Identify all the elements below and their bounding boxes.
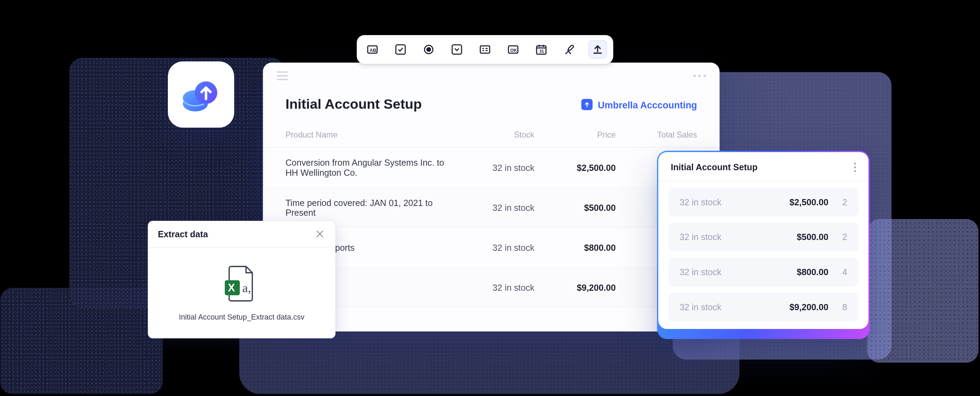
- noise-shadow: [867, 219, 978, 363]
- summary-stock: 32 in stock: [679, 232, 759, 242]
- svg-text:31: 31: [539, 49, 544, 54]
- app-badge: [168, 62, 234, 128]
- svg-point-4: [427, 48, 431, 51]
- coins-upload-icon: [180, 74, 222, 115]
- summary-stock: 32 in stock: [679, 267, 759, 277]
- svg-text:OK: OK: [510, 47, 517, 52]
- summary-title: Initial Account Setup: [671, 162, 757, 172]
- col-product-name: Product Name: [285, 130, 453, 140]
- csv-file-icon: X a,: [221, 265, 262, 301]
- brand-name: Umbrella Acccounting: [598, 99, 697, 110]
- cell-stock: 32 in stock: [453, 162, 535, 172]
- checkbox-icon[interactable]: [391, 40, 410, 59]
- summary-price: $500.00: [760, 232, 829, 242]
- cell-name: Conversion from Angular Systems Inc. to …: [285, 157, 453, 178]
- col-price: Price: [535, 130, 616, 140]
- col-stock: Stock: [453, 130, 535, 140]
- cell-price: $800.00: [535, 242, 616, 253]
- kebab-icon[interactable]: [854, 162, 856, 172]
- brand-logo-icon: [581, 99, 592, 110]
- summary-row[interactable]: 32 in stock $800.00 4: [668, 258, 858, 286]
- date-icon[interactable]: 31: [532, 40, 551, 59]
- summary-row[interactable]: 32 in stock $500.00 2: [668, 223, 858, 251]
- svg-text:a,: a,: [242, 281, 251, 294]
- svg-text:X: X: [228, 281, 235, 293]
- summary-header: Initial Account Setup: [658, 152, 869, 182]
- svg-rect-5: [452, 45, 461, 54]
- summary-card: Initial Account Setup 32 in stock $2,500…: [658, 152, 869, 338]
- signature-icon[interactable]: [560, 40, 579, 59]
- cell-stock: 32 in stock: [453, 242, 535, 253]
- brand[interactable]: Umbrella Acccounting: [581, 99, 697, 110]
- form-list-icon[interactable]: [476, 40, 495, 59]
- cell-stock: 32 in stock: [453, 202, 535, 213]
- summary-count: 2: [829, 232, 847, 242]
- summary-price: $2,500.00: [760, 197, 829, 207]
- more-icon[interactable]: [693, 74, 706, 77]
- table-header: Product Name Stock Price Total Sales: [263, 122, 720, 148]
- page-heading: Initial Account Setup Umbrella Acccounti…: [263, 84, 720, 122]
- extract-title: Extract data: [158, 229, 208, 239]
- summary-count: 8: [829, 302, 847, 312]
- svg-text:AB: AB: [369, 47, 376, 52]
- summary-rows: 32 in stock $2,500.00 2 32 in stock $500…: [658, 181, 869, 324]
- summary-row[interactable]: 32 in stock $9,200.00 8: [668, 293, 858, 322]
- cell-stock: 32 in stock: [453, 282, 535, 293]
- col-total-sales: Total Sales: [616, 130, 697, 140]
- svg-rect-6: [480, 46, 490, 53]
- extract-header: Extract data: [148, 221, 336, 248]
- summary-price: $9,200.00: [760, 302, 829, 312]
- page-title: Initial Account Setup: [285, 96, 422, 113]
- summary-price: $800.00: [760, 267, 829, 277]
- hamburger-icon[interactable]: [277, 71, 288, 80]
- dropdown-icon[interactable]: [448, 40, 466, 59]
- ab-text-icon[interactable]: AB: [363, 40, 382, 59]
- svg-rect-2: [396, 45, 405, 54]
- table-row[interactable]: Conversion from Angular Systems Inc. to …: [263, 148, 720, 188]
- summary-row[interactable]: 32 in stock $2,500.00 2: [668, 188, 858, 216]
- radio-icon[interactable]: [420, 40, 438, 59]
- cell-price: $500.00: [535, 202, 616, 213]
- field-type-toolbar: AB OK 31: [357, 35, 613, 64]
- cell-name: Time period covered: JAN 01, 2021 to Pre…: [285, 197, 453, 218]
- summary-count: 2: [829, 197, 847, 207]
- extract-body: X a, Initial Account Setup_Extract data.…: [148, 248, 336, 338]
- upload-icon[interactable]: [589, 40, 607, 59]
- summary-stock: 32 in stock: [679, 302, 759, 312]
- extract-data-panel: Extract data X a, Initial Account Setup_…: [148, 221, 336, 338]
- close-icon[interactable]: [314, 228, 325, 239]
- window-titlebar: [263, 62, 720, 84]
- summary-count: 4: [829, 267, 847, 277]
- ok-button-icon[interactable]: OK: [504, 40, 523, 59]
- extract-filename: Initial Account Setup_Extract data.csv: [179, 312, 304, 321]
- summary-stock: 32 in stock: [679, 197, 759, 207]
- cell-price: $9,200.00: [535, 282, 616, 293]
- cell-price: $2,500.00: [535, 162, 616, 172]
